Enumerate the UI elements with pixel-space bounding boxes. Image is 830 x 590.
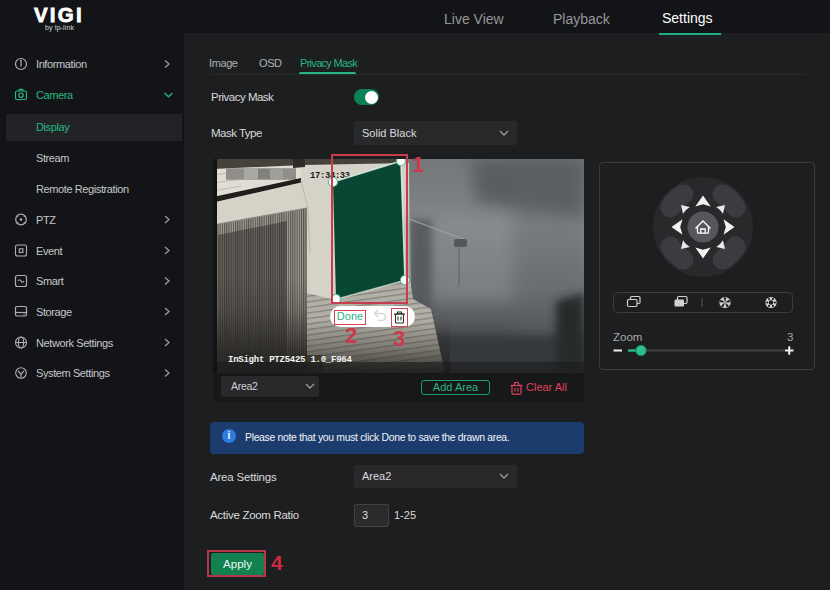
svg-text:InSight PTZ5425 1.0_F964: InSight PTZ5425 1.0_F964 (228, 355, 352, 365)
